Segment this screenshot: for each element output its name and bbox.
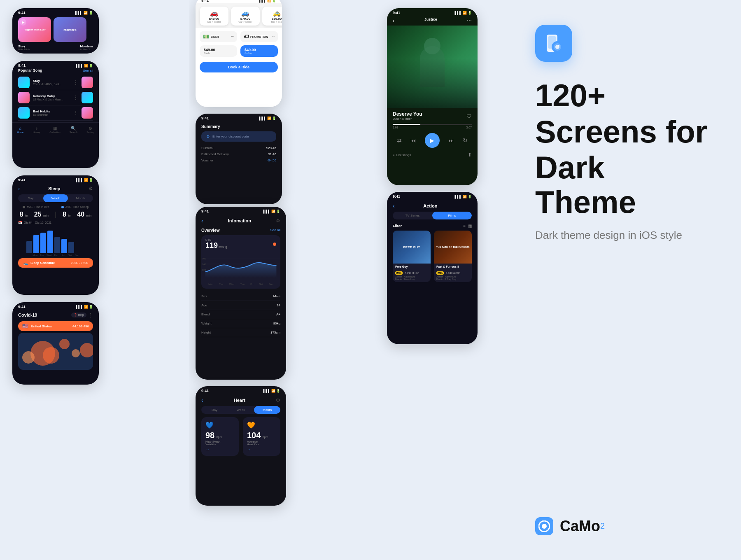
player-back-btn[interactable]: ‹ [393,17,395,24]
detail-blood: Blood A+ [201,310,280,319]
artist-lil: Lil Nas X [80,48,93,51]
sleep-tab-week[interactable]: Week [43,194,68,202]
movie-card-furious[interactable]: THE FATE OF THE FURIOUS Fast & Furious 8… [434,231,472,282]
song-item-1[interactable]: Stay The Kid LAROI, Just... ⋮ [18,75,93,90]
nav-library[interactable]: ♪ Library [33,126,40,133]
home-icon: ⌂ [19,126,21,131]
stat-8hr: 8 hr [19,211,28,218]
player-artist: Justin Bieber [393,117,422,121]
covid-location[interactable]: 🇺🇸 United States 44.199.496 [18,321,93,331]
more-icon[interactable]: ⋮ [88,312,93,318]
library-icon: ♪ [35,126,37,131]
day-labels: Mon Tue Wed Thu Fri Sat Sun [201,282,280,286]
car-card-2[interactable]: 🚙 $79.00 Car 7-seater [231,7,260,26]
song-info-2: Industry Baby Lil Nas X & Jack Ham... [33,94,70,101]
car-card-3[interactable]: 🚕 $39.00 Taxi 4-seat [262,7,282,26]
svg-text:140: 140 [202,263,206,266]
filter-grid-icon[interactable]: ▦ [468,224,472,228]
chart-bars [18,229,93,253]
discount-btn[interactable]: ⚙ Enter your discount code [201,131,276,142]
metric-heart-variability: 💙 98 bpm Heart Heart Variability → [201,417,239,456]
sleep-header: ‹ Sleep ⚙ [12,183,99,194]
player-bottom: ≡ List songs ⬆ [387,150,478,159]
detail-weight: Weight 80kg [201,319,280,328]
see-all-link[interactable]: See all [83,69,93,72]
ride-app-phone: 9:41 ▌▌▌ 📶 🔋 🚗 $49.00 Car 4-seater 🚙 $79… [196,0,282,107]
metric-arrow-1[interactable]: → [205,447,235,452]
song-item-2[interactable]: Industry Baby Lil Nas X & Jack Ham... ⋮ [18,90,93,105]
player-heart-icon[interactable]: ♡ [466,113,472,119]
more-icon-2[interactable]: ⋮ [73,95,78,100]
stat-separator: | [55,211,56,218]
collection-icon: ▦ [53,126,57,131]
player-dots-icon[interactable]: ⋯ [467,17,472,24]
nav-search[interactable]: 🔍 Search [70,126,77,133]
avg-dot-asleep [61,206,64,208]
furious-poster: THE FATE OF THE FURIOUS [434,231,472,264]
detail-sex: Sex Male [201,292,280,301]
repeat-icon[interactable]: ↻ [463,137,468,144]
sleep-back-btn[interactable]: ‹ [18,185,20,192]
nav-collection[interactable]: ▦ Collection [49,126,60,133]
circle-6 [80,343,93,357]
covid-title: Covid-19 [18,313,37,317]
statusbar-2: 9:41 ▌▌▌ 📶 🔋 [12,61,99,68]
heart-tab-day[interactable]: Day [201,406,228,414]
app-icon-svg [543,33,564,54]
covid-app-phone: 9:41 ▌▌▌ 📶 🔋 Covid-19 ❓ Help ⋮ 🇺🇸 United… [12,302,99,385]
metric-arrow-2[interactable]: → [247,447,276,452]
movie-card-freeguy[interactable]: FREE GUY Free Guy IMDb 7.3/10 (140k) Act… [393,231,431,282]
sleep-title: Sleep [48,186,60,191]
list-songs-btn[interactable]: ≡ List songs [393,153,411,157]
brand-row: CaMo2 [535,517,708,535]
sleep-tab-day[interactable]: Day [18,194,43,202]
share-icon[interactable]: ⬆ [468,152,472,158]
sys-dot [273,243,276,246]
heart-tab-month[interactable]: Month [254,406,280,414]
heart-tab-week[interactable]: Week [228,406,254,414]
nav-home[interactable]: ⌂ Home [17,126,23,133]
more-icon-3[interactable]: ⋮ [73,110,78,116]
circle-4 [59,339,70,349]
progress-bar[interactable] [393,124,472,125]
filter-list-icon[interactable]: ≡ [463,224,466,228]
left-panel: 9:41 ▌▌▌ 📶 🔋 ▶ Happier Than Ever Montero… [0,0,189,560]
delivery-row: Estimated Delivery $1.46 [201,151,276,157]
player-nav: ‹ Justice ⋯ [387,16,478,26]
overview-header: Overview See all [196,226,286,235]
prev-icon[interactable]: ⏮ [410,137,416,144]
location-count: 44.199.496 [72,324,89,328]
see-all-link[interactable]: See all [270,228,280,233]
song-item-3[interactable]: Bad Habits Ed Sheeran ⋮ [18,105,93,121]
list-icon: ≡ [393,153,395,157]
imdb-badge-1: IMDb [395,271,403,275]
sleep-statusbar: 9:41 ▌▌▌ 📶 🔋 [12,175,99,183]
sleep-gear-icon[interactable]: ⚙ [89,186,93,191]
app-icon [535,25,572,62]
health-back-btn[interactable]: ‹ [201,217,203,224]
more-icon-1[interactable]: ⋮ [73,79,78,85]
action-back-btn[interactable]: ‹ [393,203,395,209]
cash-method[interactable]: 💵 CASH ⋯ [200,31,237,42]
book-btn-container: Book a Ride [196,60,282,77]
play-button[interactable]: ▶ [425,133,440,148]
car-card-1[interactable]: 🚗 $49.00 Car 4-seater [200,7,228,26]
help-badge[interactable]: ❓ Help [71,313,86,317]
tv-series-tab[interactable]: TV Series [393,212,432,219]
sleep-tab-month[interactable]: Month [68,194,93,202]
health-chart-svg: 160 140 120 [201,252,280,280]
films-tab[interactable]: Films [432,212,472,219]
nav-setting[interactable]: ⚙ Setting [86,126,94,133]
screens-for-line: Screens for [535,114,708,149]
filter-icons: ≡ ▦ [463,224,472,228]
health-gear-icon[interactable]: ⚙ [276,218,280,224]
book-ride-button[interactable]: Book a Ride [200,62,278,72]
heart-back-btn[interactable]: ‹ [201,397,203,404]
promo-method[interactable]: 🏷 PROMOTION ⋯ [240,31,278,42]
heart-title: Heart [234,398,245,403]
brand-icon [535,517,553,535]
next-icon[interactable]: ⏭ [448,137,454,144]
shuffle-icon[interactable]: ⇄ [397,137,402,144]
heart-gear-icon[interactable]: ⚙ [276,397,280,403]
right-panel: 120+ Screens for Dark Theme Dark theme d… [502,0,741,560]
